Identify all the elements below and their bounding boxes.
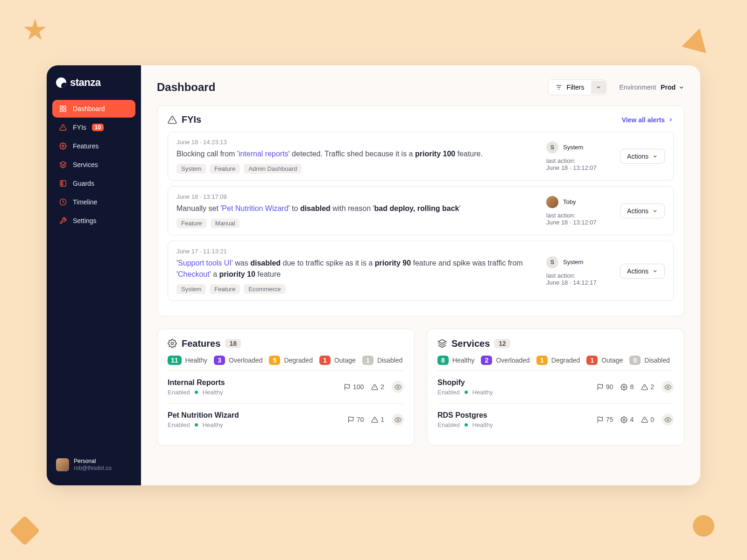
sidebar-item-label: Features — [73, 142, 99, 150]
status-chip-degraded[interactable]: 5Degraded — [269, 356, 313, 365]
svg-point-18 — [397, 386, 399, 388]
view-item-button[interactable] — [392, 413, 404, 426]
fyi-actions-button[interactable]: Actions — [620, 149, 665, 164]
status-label: Overloaded — [229, 357, 262, 364]
status-chip-overloaded[interactable]: 3Overloaded — [214, 356, 262, 365]
health-dot-icon — [195, 391, 198, 394]
fyi-actor: Toby last action: June 18 · 13:12:07 — [546, 196, 612, 226]
item-name: RDS Postgres — [437, 411, 597, 420]
sidebar-item-dashboard[interactable]: Dashboard — [52, 100, 135, 118]
view-item-button[interactable] — [662, 381, 674, 393]
status-chip-disabled[interactable]: 1Disabled — [362, 356, 402, 365]
fyi-tags: SystemFeatureAdmin Dashboard — [176, 164, 537, 174]
sidebar-item-timeline[interactable]: Timeline — [52, 193, 135, 211]
chevron-down-icon — [652, 268, 658, 274]
health-dot-icon — [465, 423, 468, 427]
item-name: Pet Nutrition Wizard — [168, 411, 347, 420]
filter-icon — [555, 84, 563, 91]
sidebar-item-settings[interactable]: Settings — [52, 212, 135, 230]
list-item[interactable]: RDS Postgres Enabled Healthy 75 4 0 — [437, 404, 674, 436]
user-meta: Personal rob@thisdot.co — [74, 458, 112, 472]
user-email: rob@thisdot.co — [74, 465, 112, 472]
metric-warn: 0 — [641, 416, 654, 423]
svg-marker-6 — [60, 161, 66, 165]
status-chip-degraded[interactable]: 1Degraded — [536, 356, 580, 365]
metric-flag: 70 — [347, 416, 364, 423]
metric-flag: 100 — [344, 383, 364, 391]
topbar: Dashboard Filters Environment Prod — [157, 79, 684, 95]
chevron-down-icon — [652, 208, 658, 214]
svg-rect-1 — [63, 106, 66, 108]
layers-icon — [437, 339, 447, 348]
status-chip-overloaded[interactable]: 2Overloaded — [481, 356, 529, 365]
status-label: Healthy — [452, 357, 474, 364]
actor-avatar: S — [546, 141, 558, 154]
svg-rect-8 — [62, 182, 63, 185]
view-item-button[interactable] — [392, 381, 404, 393]
last-action-label: last action: — [546, 272, 612, 279]
sidebar-user[interactable]: Personal rob@thisdot.co — [52, 454, 135, 476]
features-panel: Features 18 11Healthy3Overloaded5Degrade… — [157, 329, 415, 446]
services-list: Shopify Enabled Healthy 90 8 2 RDS Postg… — [437, 371, 674, 436]
fyis-panel: FYIs View all alerts June 18 · 14:23:13 … — [157, 105, 684, 316]
filters-dropdown-button[interactable] — [591, 81, 606, 94]
fyi-tags: FeatureManual — [176, 218, 537, 228]
item-status: Enabled Healthy — [168, 421, 347, 428]
sidebar-item-fyis[interactable]: FYIs10 — [52, 119, 135, 136]
fyi-actions-button[interactable]: Actions — [620, 264, 665, 279]
chevron-down-icon — [596, 84, 601, 90]
list-item[interactable]: Internal Reports Enabled Healthy 100 2 — [168, 371, 404, 404]
services-title: Services — [451, 338, 490, 349]
status-chip-healthy[interactable]: 11Healthy — [168, 356, 207, 365]
gear-icon — [168, 339, 177, 348]
list-item[interactable]: Shopify Enabled Healthy 90 8 2 — [437, 371, 674, 404]
tag: Feature — [210, 164, 240, 174]
chevron-down-icon — [678, 84, 684, 91]
environment-label: Environment — [620, 84, 656, 91]
alert-icon — [59, 123, 67, 132]
svg-point-30 — [667, 419, 669, 420]
view-item-button[interactable] — [662, 413, 674, 426]
svg-point-24 — [623, 386, 625, 388]
services-count: 12 — [494, 339, 510, 348]
status-count: 8 — [437, 356, 449, 365]
clock-icon — [59, 198, 67, 206]
filters-label: Filters — [566, 84, 584, 91]
guard-icon — [59, 179, 67, 188]
view-all-alerts-link[interactable]: View all alerts — [622, 116, 674, 124]
status-count: 1 — [586, 356, 598, 365]
health-dot-icon — [195, 423, 198, 427]
bg-diamond-icon — [9, 515, 40, 546]
main-content: Dashboard Filters Environment Prod — [141, 65, 700, 485]
fyi-message: 'Support tools UI' was disabled due to t… — [176, 258, 537, 279]
status-chip-outage[interactable]: 1Outage — [586, 356, 623, 365]
fyi-actor: SSystem last action: June 18 · 13:12:07 — [546, 141, 612, 171]
actor-avatar: S — [546, 256, 558, 268]
fyi-actions-button[interactable]: Actions — [620, 203, 665, 218]
status-chip-healthy[interactable]: 8Healthy — [437, 356, 474, 365]
svg-point-28 — [623, 419, 625, 420]
brand-name: stanza — [70, 77, 100, 89]
filters-button[interactable]: Filters — [548, 79, 606, 95]
actor-name: Toby — [563, 198, 576, 205]
bg-star-icon — [23, 19, 47, 42]
environment-value[interactable]: Prod — [661, 84, 684, 91]
tag: Feature — [210, 284, 240, 294]
status-label: Degraded — [551, 357, 580, 364]
fyi-card: June 18 · 13:17:09 Manually set 'Pet Nut… — [168, 186, 674, 235]
sidebar-item-services[interactable]: Services — [52, 156, 135, 174]
status-chip-disabled[interactable]: 0Disabled — [629, 356, 669, 365]
logo-mark-icon — [56, 77, 66, 88]
tag: Admin Dashboard — [244, 164, 302, 174]
sidebar-item-guards[interactable]: Guards — [52, 175, 135, 192]
sidebar-item-label: Settings — [73, 217, 97, 224]
health-dot-icon — [465, 391, 468, 394]
fyi-timestamp: June 18 · 13:17:09 — [176, 193, 537, 200]
list-item[interactable]: Pet Nutrition Wizard Enabled Healthy 70 … — [168, 404, 404, 436]
status-count: 5 — [269, 356, 280, 365]
status-count: 0 — [629, 356, 641, 365]
sidebar-item-features[interactable]: Features — [52, 137, 135, 155]
fyi-timestamp: June 18 · 14:23:13 — [176, 139, 537, 146]
sidebar-item-label: Dashboard — [73, 105, 105, 112]
status-chip-outage[interactable]: 1Outage — [319, 356, 356, 365]
